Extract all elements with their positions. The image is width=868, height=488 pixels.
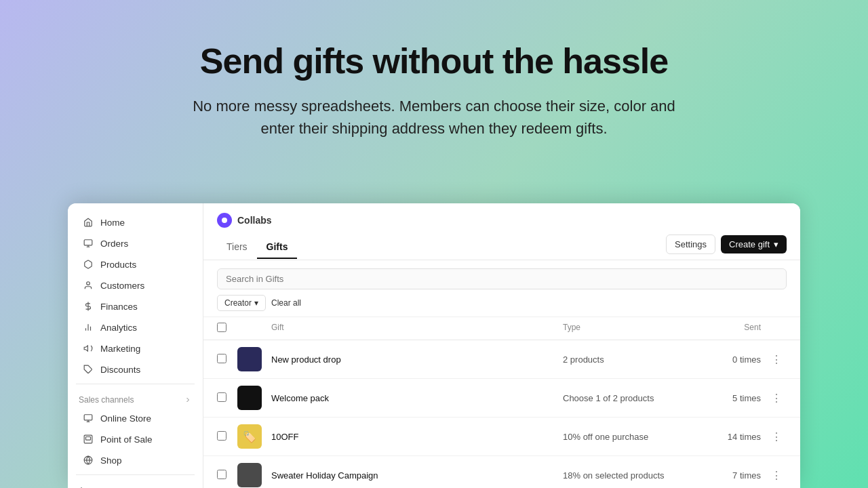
tab-gifts[interactable]: Gifts bbox=[257, 236, 298, 259]
row4-name: Sweater Holiday Campaign bbox=[271, 470, 563, 481]
sidebar-item-discounts[interactable]: Discounts bbox=[72, 359, 199, 380]
row4-select[interactable] bbox=[217, 470, 226, 479]
filter-row: Creator ▾ Clear all bbox=[217, 295, 787, 311]
header-actions: Settings Create gift ▾ bbox=[666, 235, 787, 260]
sidebar-label-discounts: Discounts bbox=[100, 365, 140, 375]
row2-more-button[interactable]: ⋮ bbox=[766, 392, 787, 405]
sidebar-item-customers[interactable]: Customers bbox=[72, 275, 199, 296]
search-filter-row: Creator ▾ Clear all bbox=[203, 260, 800, 317]
app-title-row: Collabs bbox=[217, 213, 787, 228]
online-store-icon bbox=[83, 413, 94, 424]
table-row: Sweater Holiday Campaign 18% on selected… bbox=[203, 456, 800, 488]
orders-icon bbox=[83, 238, 94, 249]
sidebar-label-shop: Shop bbox=[100, 455, 122, 466]
svg-marker-8 bbox=[84, 346, 87, 351]
row3-more-button[interactable]: ⋮ bbox=[766, 430, 787, 443]
apps-label: Apps bbox=[68, 479, 203, 488]
hero-title: Send gifts without the hassle bbox=[14, 41, 854, 81]
row4-type: 18% on selected products bbox=[563, 470, 698, 481]
row3-checkbox bbox=[217, 431, 237, 443]
create-gift-label: Create gift bbox=[729, 239, 770, 249]
row2-select[interactable] bbox=[217, 392, 226, 402]
row3-sent: 14 times bbox=[698, 432, 766, 442]
row2-sent: 5 times bbox=[698, 393, 766, 403]
creator-filter-label: Creator bbox=[224, 298, 252, 308]
row2-name: Welcome pack bbox=[271, 393, 563, 403]
sidebar-label-customers: Customers bbox=[100, 281, 144, 291]
row1-more-button[interactable]: ⋮ bbox=[766, 353, 787, 366]
marketing-icon bbox=[83, 343, 94, 354]
hero-subtitle: No more messy spreadsheets. Members can … bbox=[176, 95, 692, 140]
hero-section: Send gifts without the hassle No more me… bbox=[0, 0, 868, 160]
tabs-header-row: Tiers Gifts Settings Create gift ▾ bbox=[217, 235, 787, 260]
svg-point-3 bbox=[87, 282, 90, 285]
row1-checkbox bbox=[217, 354, 237, 365]
row4-sent: 7 times bbox=[698, 470, 766, 481]
create-gift-button[interactable]: Create gift ▾ bbox=[721, 235, 787, 253]
chevron-down-icon: ▾ bbox=[254, 298, 258, 308]
row1-thumbnail bbox=[237, 347, 271, 371]
search-input[interactable] bbox=[217, 268, 787, 289]
pos-icon bbox=[83, 434, 94, 445]
app-name-label: Collabs bbox=[237, 215, 272, 226]
row1-select[interactable] bbox=[217, 354, 226, 363]
gifts-table: Gift Type Sent New product drop 2 produc… bbox=[203, 317, 800, 488]
sales-channels-label: Sales channels bbox=[68, 388, 203, 407]
header-checkbox-cell bbox=[217, 323, 237, 334]
app-window: Home Orders Products Customers Finances bbox=[68, 203, 800, 488]
sidebar-item-marketing[interactable]: Marketing bbox=[72, 338, 199, 359]
main-content: Collabs Tiers Gifts Settings Create gift… bbox=[203, 203, 800, 488]
svg-rect-14 bbox=[86, 437, 91, 441]
row1-sent: 0 times bbox=[698, 354, 766, 365]
shop-icon bbox=[83, 455, 94, 466]
sidebar-divider-2 bbox=[76, 474, 195, 475]
table-row: New product drop 2 products 0 times ⋮ bbox=[203, 340, 800, 379]
sidebar-item-home[interactable]: Home bbox=[72, 212, 199, 232]
header-gift-col: Gift bbox=[271, 323, 563, 334]
app-logo-icon bbox=[217, 213, 232, 228]
sidebar-label-orders: Orders bbox=[100, 239, 128, 249]
creator-filter-button[interactable]: Creator ▾ bbox=[217, 295, 266, 311]
select-all-checkbox[interactable] bbox=[217, 323, 226, 332]
row3-select[interactable] bbox=[217, 431, 226, 441]
sidebar-divider-1 bbox=[76, 384, 195, 384]
row3-thumbnail: 🏷️ bbox=[237, 424, 271, 449]
table-row: Welcome pack Choose 1 of 2 products 5 ti… bbox=[203, 379, 800, 418]
sidebar-item-analytics[interactable]: Analytics bbox=[72, 317, 199, 338]
sidebar-item-products[interactable]: Products bbox=[72, 254, 199, 274]
settings-button[interactable]: Settings bbox=[666, 235, 715, 254]
row1-name: New product drop bbox=[271, 354, 563, 365]
sidebar-label-marketing: Marketing bbox=[100, 344, 140, 354]
svg-rect-10 bbox=[84, 415, 92, 420]
discounts-icon bbox=[83, 364, 94, 375]
sidebar-label-analytics: Analytics bbox=[100, 323, 137, 333]
sidebar-label-pos: Point of Sale bbox=[100, 434, 153, 445]
sidebar-item-finances[interactable]: Finances bbox=[72, 296, 199, 317]
tabs-row: Tiers Gifts bbox=[217, 236, 297, 259]
sidebar-item-online-store[interactable]: Online Store bbox=[72, 408, 199, 428]
sidebar-item-pos[interactable]: Point of Sale bbox=[72, 429, 199, 449]
products-icon bbox=[83, 259, 94, 270]
main-header: Collabs Tiers Gifts Settings Create gift… bbox=[203, 203, 800, 260]
row4-more-button[interactable]: ⋮ bbox=[766, 469, 787, 482]
sidebar-item-shop[interactable]: Shop bbox=[72, 450, 199, 470]
sidebar-label-products: Products bbox=[100, 260, 136, 270]
tab-tiers[interactable]: Tiers bbox=[217, 236, 257, 259]
row2-checkbox bbox=[217, 392, 237, 404]
row2-thumbnail bbox=[237, 386, 271, 410]
clear-all-button[interactable]: Clear all bbox=[271, 298, 301, 308]
row1-type: 2 products bbox=[563, 354, 698, 365]
row3-type: 10% off one purchase bbox=[563, 432, 698, 442]
header-type-col: Type bbox=[563, 323, 698, 334]
header-actions-col bbox=[766, 323, 787, 334]
header-sent-col: Sent bbox=[698, 323, 766, 334]
svg-point-21 bbox=[222, 218, 227, 223]
create-gift-chevron: ▾ bbox=[774, 239, 778, 249]
svg-rect-0 bbox=[84, 240, 92, 245]
header-thumb-cell bbox=[237, 323, 271, 334]
sidebar-label-online-store: Online Store bbox=[100, 413, 151, 424]
sidebar-item-orders[interactable]: Orders bbox=[72, 233, 199, 253]
table-row: 🏷️ 10OFF 10% off one purchase 14 times ⋮ bbox=[203, 418, 800, 456]
row4-thumbnail bbox=[237, 463, 271, 487]
row2-type: Choose 1 of 2 products bbox=[563, 393, 698, 403]
